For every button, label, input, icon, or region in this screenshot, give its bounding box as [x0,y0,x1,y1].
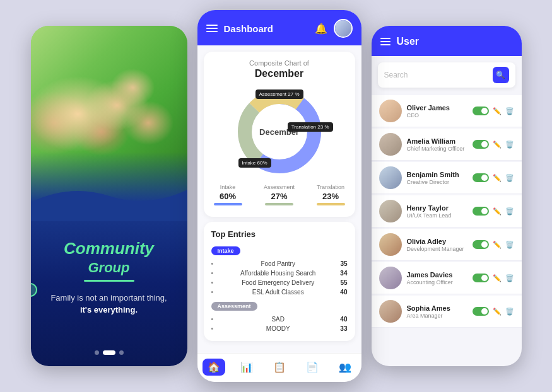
header-left: Dashboard [206,23,273,34]
user-name: Sophia Ames [407,304,467,312]
delete-icon[interactable]: 🗑️ [505,241,514,249]
legend-intake-label: Intake [220,184,236,190]
user-info: Sophia Ames Area Manager [407,304,467,319]
entry-row: SAD40 [211,314,348,324]
delete-icon[interactable]: 🗑️ [505,274,514,282]
user-role: Accounting Officer [407,279,467,285]
user-avatar [379,133,402,156]
user-toggle[interactable] [473,307,489,316]
chart-icon: 📊 [240,361,253,373]
user-avatar [379,267,402,289]
user-toggle[interactable] [473,207,489,216]
nav-chart[interactable]: 📊 [235,359,258,376]
user-avatar-header[interactable] [334,19,353,38]
edit-icon[interactable]: ✏️ [493,107,502,115]
legend-assessment: Assessment 27% [264,184,295,205]
delete-icon[interactable]: 🗑️ [505,308,514,316]
user-item: James Davies Accounting Officer ✏️ 🗑️ [372,262,522,294]
search-placeholder: Search [384,71,489,79]
entry-row: ESL Adult Classes40 [211,287,348,297]
edit-icon[interactable]: ✏️ [493,241,502,249]
dot-1[interactable] [95,350,99,355]
edit-icon[interactable]: ✏️ [493,141,502,149]
search-button[interactable]: 🔍 [493,67,509,83]
screen1-bottom: Community Group Family is not an importa… [31,202,187,366]
chart-subtitle: Composite Chart of [211,59,348,67]
intake-badge: Intake [211,246,240,255]
user-toggle[interactable] [473,140,489,149]
list-icon: 📋 [273,361,286,373]
family-photo [31,26,187,202]
user-toggle[interactable] [473,274,489,282]
legend-assessment-value: 27% [271,192,287,201]
user-role: Creative Director [407,179,467,185]
tooltip-assessment: Assessment 27 % [255,89,303,99]
user-actions: ✏️ 🗑️ [473,274,514,282]
legend-assessment-bar [265,203,293,205]
header-right: 🔔 [315,19,353,38]
dot-2[interactable] [103,350,115,355]
nav-doc[interactable]: 📄 [301,359,324,376]
edit-icon[interactable]: ✏️ [493,274,502,282]
user-name: Henry Taylor [407,204,467,212]
user-info: Amelia William Chief Marketing Officer [407,137,467,152]
dashboard-title: Dashboard [224,23,273,34]
edit-icon[interactable]: ✏️ [493,207,502,216]
user-name: Olivia Adley [407,238,467,245]
delete-icon[interactable]: 🗑️ [505,207,514,216]
user-toggle[interactable] [473,173,489,182]
user-role: Chief Marketing Officer [407,146,467,152]
dot-3[interactable] [119,350,124,355]
user-info: Olivia Adley Development Manager [407,238,467,252]
user-hamburger-menu[interactable] [380,38,391,45]
hamburger-menu[interactable] [206,25,218,32]
nav-users[interactable]: 👥 [334,359,356,376]
user-info: Benjamin Smith Creative Director [407,171,467,185]
user-info: Oliver James CEO [407,104,467,118]
user-item: Henry Taylor UI/UX Team Lead ✏️ 🗑️ [372,195,522,228]
nav-home[interactable]: 🏠 [203,359,225,376]
user-item: Sophia Ames Area Manager ✏️ 🗑️ [372,296,522,328]
entries-title: Top Entries [211,229,348,239]
screens-container: Community Group Family is not an importa… [0,0,552,392]
user-avatar [379,200,402,222]
user-item: Olivia Adley Development Manager ✏️ 🗑️ [372,229,522,261]
legend-intake-bar [214,203,242,205]
tooltip-translation: Translation 23 % [288,122,333,132]
legend-assessment-label: Assessment [264,184,295,190]
delete-icon[interactable]: 🗑️ [505,141,514,149]
legend-intake: Intake 60% [214,184,242,205]
community-logo: Community Group [64,239,154,275]
delete-icon[interactable]: 🗑️ [505,107,514,115]
legend-translation-bar [317,203,345,205]
notification-icon[interactable]: 🔔 [315,23,327,35]
user-actions: ✏️ 🗑️ [473,107,514,115]
user-role: Development Manager [407,246,467,252]
logo-sub: Group [88,260,130,275]
logo-underline [84,280,134,282]
user-toggle[interactable] [473,240,489,249]
dashboard-content: Composite Chart of December Decem [197,45,361,353]
user-actions: ✏️ 🗑️ [473,207,514,216]
user-actions: ✏️ 🗑️ [473,173,514,182]
edit-icon[interactable]: ✏️ [493,174,502,182]
home-icon: 🏠 [208,361,220,373]
legend-translation: Translation 23% [317,184,345,205]
user-avatar [379,300,402,323]
screen1-photo-area [31,26,187,202]
user-name: Benjamin Smith [407,171,467,178]
wave-decoration [31,183,187,221]
edit-icon[interactable]: ✏️ [493,308,502,316]
intake-list: Food Pantry35Affordable Housing Search34… [211,259,348,297]
entry-row: MOODY33 [211,324,348,333]
decorative-bubble [31,283,37,297]
nav-list[interactable]: 📋 [268,359,291,376]
delete-icon[interactable]: 🗑️ [505,174,514,182]
assessment-badge: Assessment [211,302,257,311]
user-avatar [379,166,402,189]
tooltip-intake: Intake 60% [238,158,271,168]
user-info: Henry Taylor UI/UX Team Lead [407,204,467,219]
user-toggle[interactable] [473,107,489,115]
legend-intake-value: 60% [220,192,236,201]
logo-main: Community [64,239,154,258]
